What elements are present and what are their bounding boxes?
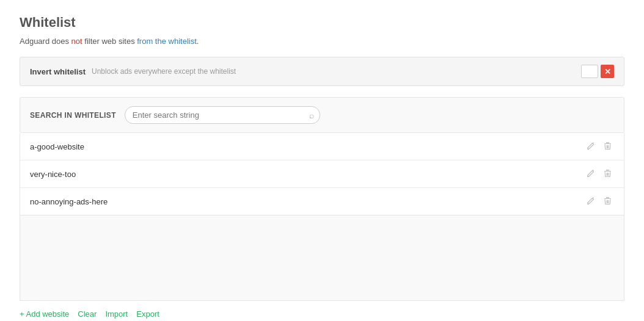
search-input[interactable] bbox=[125, 106, 320, 124]
invert-bar-left: Invert whitelist Unblock ads everywhere … bbox=[30, 67, 236, 76]
export-link[interactable]: Export bbox=[136, 309, 159, 319]
list-item-text: no-annoying-ads-here bbox=[30, 197, 108, 206]
svg-rect-7 bbox=[604, 171, 611, 171]
list-item: very-nice-too bbox=[20, 161, 624, 188]
add-website-link[interactable]: + Add website bbox=[20, 309, 69, 319]
desc-from: from the whitelist bbox=[137, 37, 197, 46]
search-input-wrapper: ⌕ bbox=[125, 106, 320, 124]
delete-button[interactable] bbox=[601, 168, 614, 180]
desc-prefix: Adguard does bbox=[20, 37, 71, 46]
list-item-actions bbox=[584, 195, 614, 207]
delete-button[interactable] bbox=[601, 140, 614, 153]
page-title: Whitelist bbox=[20, 15, 624, 31]
list-item: a-good-website bbox=[20, 133, 624, 161]
page-wrapper: Whitelist Adguard does not filter web si… bbox=[0, 0, 644, 321]
list-item: no-annoying-ads-here bbox=[20, 188, 624, 215]
edit-button[interactable] bbox=[584, 140, 598, 153]
desc-suffix: . bbox=[197, 37, 199, 46]
clear-link[interactable]: Clear bbox=[78, 309, 97, 319]
svg-rect-12 bbox=[587, 204, 589, 204]
svg-rect-6 bbox=[587, 176, 589, 177]
toggle-container: ✕ bbox=[581, 65, 614, 78]
desc-not: not bbox=[71, 37, 82, 46]
import-link[interactable]: Import bbox=[105, 309, 128, 319]
list-item-actions bbox=[584, 140, 614, 153]
list-item-text: very-nice-too bbox=[30, 170, 76, 179]
search-section: SEARCH IN WHITELIST ⌕ bbox=[20, 97, 624, 133]
svg-rect-1 bbox=[604, 143, 611, 144]
empty-area bbox=[20, 215, 624, 301]
desc-middle: filter web sites bbox=[82, 37, 137, 46]
svg-rect-8 bbox=[606, 170, 609, 171]
list-item-actions bbox=[584, 168, 614, 180]
footer-actions: + Add website Clear Import Export bbox=[20, 301, 624, 319]
page-description: Adguard does not filter web sites from t… bbox=[20, 37, 624, 46]
svg-rect-0 bbox=[587, 149, 589, 150]
invert-whitelist-bar: Invert whitelist Unblock ads everywhere … bbox=[20, 57, 624, 86]
edit-button[interactable] bbox=[584, 168, 598, 180]
svg-rect-13 bbox=[604, 198, 611, 199]
edit-button[interactable] bbox=[584, 195, 598, 207]
invert-description: Unblock ads everywhere except the whitel… bbox=[92, 67, 236, 76]
svg-rect-14 bbox=[606, 197, 609, 198]
close-button[interactable]: ✕ bbox=[601, 65, 614, 78]
svg-rect-2 bbox=[606, 142, 609, 143]
toggle-button[interactable] bbox=[581, 65, 598, 78]
invert-label: Invert whitelist bbox=[30, 67, 86, 76]
list-item-text: a-good-website bbox=[30, 142, 84, 151]
search-label: SEARCH IN WHITELIST bbox=[30, 111, 116, 120]
delete-button[interactable] bbox=[601, 195, 614, 207]
whitelist-list: a-good-website bbox=[20, 133, 624, 215]
